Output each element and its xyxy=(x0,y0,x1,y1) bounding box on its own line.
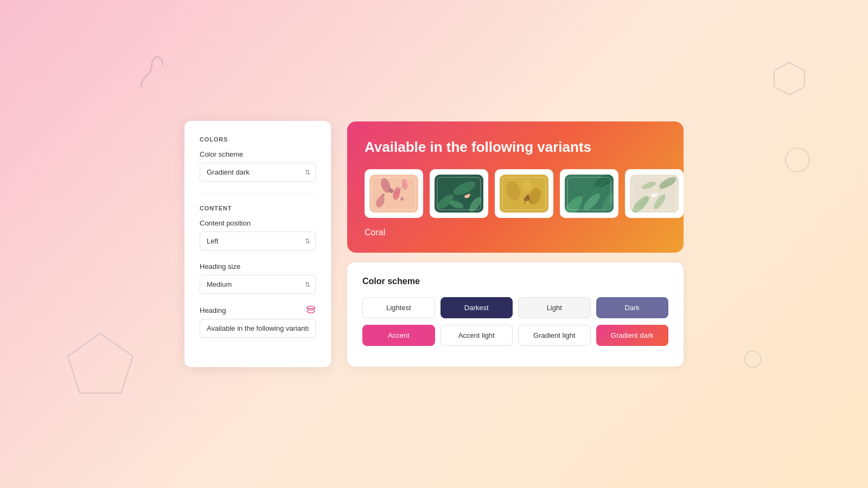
heading-text-input[interactable] xyxy=(200,319,316,338)
scheme-btn-dark[interactable]: Dark xyxy=(596,297,669,318)
svg-line-21 xyxy=(464,188,473,196)
svg-line-37 xyxy=(573,194,586,207)
svg-point-35 xyxy=(581,191,603,213)
svg-point-22 xyxy=(464,194,470,198)
color-scheme-select-wrapper: Gradient dark Lightest Light Dark Darkes… xyxy=(200,163,316,182)
svg-line-44 xyxy=(641,194,654,204)
product-images-row xyxy=(365,169,666,218)
pillow-5 xyxy=(630,175,679,213)
svg-point-46 xyxy=(650,192,658,197)
pillow-4 xyxy=(565,175,614,213)
svg-point-33 xyxy=(565,193,586,213)
product-image-2 xyxy=(430,169,488,218)
svg-point-28 xyxy=(523,196,530,202)
scheme-btn-accent-light[interactable]: Accent light xyxy=(441,325,513,346)
svg-line-14 xyxy=(397,184,405,194)
svg-point-7 xyxy=(392,186,401,200)
pillow-2 xyxy=(435,175,483,213)
svg-point-11 xyxy=(400,197,404,201)
heading-size-select[interactable]: Medium Small Large xyxy=(200,275,316,294)
svg-rect-15 xyxy=(435,175,483,213)
scheme-buttons-row-2: Accent Accent light Gradient light Gradi… xyxy=(362,325,668,346)
svg-line-20 xyxy=(445,194,454,202)
svg-point-42 xyxy=(652,192,667,210)
svg-rect-32 xyxy=(565,175,614,213)
scheme-btn-lightest[interactable]: Lightest xyxy=(362,297,435,318)
heading-text-group: Heading xyxy=(200,306,316,338)
svg-point-27 xyxy=(522,178,532,192)
divider-1 xyxy=(200,194,316,194)
svg-point-12 xyxy=(381,194,385,197)
content-section-label: CONTENT xyxy=(200,205,316,211)
color-scheme-label: Color scheme xyxy=(200,150,316,158)
svg-point-6 xyxy=(379,177,393,194)
svg-line-13 xyxy=(386,185,397,194)
heading-size-label: Heading size xyxy=(200,262,316,271)
colors-section: COLORS Color scheme Gradient dark Lighte… xyxy=(200,136,316,182)
pillow-3 xyxy=(500,175,548,213)
svg-point-26 xyxy=(527,186,543,206)
scheme-btn-gradient-dark[interactable]: Gradient dark xyxy=(596,325,669,346)
svg-point-34 xyxy=(592,175,614,190)
scheme-btn-accent[interactable]: Accent xyxy=(362,325,435,346)
svg-point-43 xyxy=(641,180,657,190)
svg-line-30 xyxy=(524,196,527,204)
colors-section-label: COLORS xyxy=(200,136,316,143)
scheme-btn-light[interactable]: Light xyxy=(518,297,591,318)
stack-icon xyxy=(306,306,316,314)
content-position-group: Content position Left Center Right ⇅ xyxy=(200,219,316,251)
product-image-3 xyxy=(495,169,553,218)
svg-rect-24 xyxy=(500,175,548,213)
product-image-4 xyxy=(560,169,618,218)
content-position-label: Content position xyxy=(200,219,316,227)
color-scheme-card: Color scheme Lightest Darkest Light Dark… xyxy=(347,262,684,367)
svg-rect-5 xyxy=(369,175,418,213)
content-section: CONTENT Content position Left Center Rig… xyxy=(200,205,316,338)
svg-point-8 xyxy=(401,178,408,190)
color-scheme-select[interactable]: Gradient dark Lightest Light Dark Darkes… xyxy=(200,163,316,182)
preview-heading: Available in the following variants xyxy=(365,139,666,156)
right-panel: Available in the following variants xyxy=(347,121,684,366)
heading-size-select-wrapper: Medium Small Large ⇅ xyxy=(200,275,316,294)
scheme-buttons-row-1: Lightest Darkest Light Dark xyxy=(362,297,668,318)
svg-line-45 xyxy=(657,183,668,194)
svg-point-47 xyxy=(655,192,659,196)
svg-point-10 xyxy=(389,189,393,193)
svg-point-40 xyxy=(630,194,652,213)
preview-card: Available in the following variants xyxy=(347,121,684,252)
svg-point-29 xyxy=(526,195,529,198)
settings-panel: COLORS Color scheme Gradient dark Lighte… xyxy=(184,121,331,367)
product-image-1 xyxy=(365,169,423,218)
product-image-5 xyxy=(625,169,684,218)
main-container: COLORS Color scheme Gradient dark Lighte… xyxy=(0,0,868,488)
content-position-select-wrapper: Left Center Right ⇅ xyxy=(200,232,316,251)
svg-point-17 xyxy=(451,178,477,197)
heading-size-group: Heading size Medium Small Large ⇅ xyxy=(200,262,316,294)
scheme-btn-gradient-light[interactable]: Gradient light xyxy=(518,325,591,346)
svg-point-41 xyxy=(658,175,678,191)
svg-line-31 xyxy=(527,196,531,203)
pillow-1 xyxy=(369,175,418,213)
svg-line-38 xyxy=(592,180,605,194)
svg-point-25 xyxy=(505,179,522,202)
svg-point-23 xyxy=(468,194,470,196)
svg-point-4 xyxy=(307,306,315,309)
color-scheme-card-title: Color scheme xyxy=(362,277,668,286)
heading-text-label: Heading xyxy=(200,306,316,314)
svg-rect-39 xyxy=(630,175,679,213)
content-position-select[interactable]: Left Center Right xyxy=(200,232,316,251)
scheme-btn-darkest[interactable]: Darkest xyxy=(441,297,513,318)
svg-point-9 xyxy=(374,195,386,209)
svg-point-19 xyxy=(448,198,464,210)
product-label: Coral xyxy=(365,228,666,237)
svg-point-16 xyxy=(435,192,456,211)
